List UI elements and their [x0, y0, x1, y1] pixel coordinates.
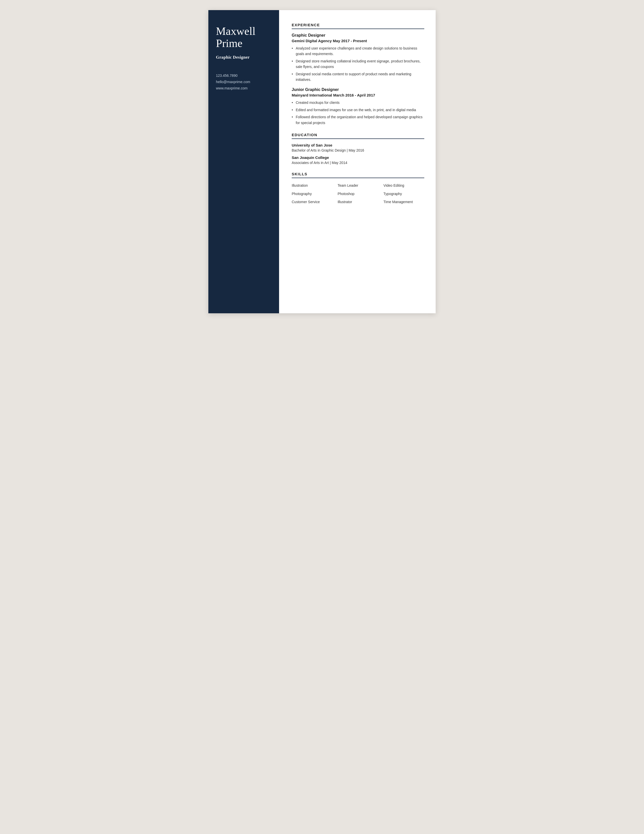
education-section: EDUCATION University of San Jose Bachelo…: [292, 133, 424, 165]
edu-2: San Joaquin College Associates of Arts i…: [292, 155, 424, 165]
job-2-bullet-1: Created mockups for clients: [292, 100, 424, 105]
skill-photography: Photography: [292, 191, 332, 197]
main-content: EXPERIENCE Graphic Designer Gemini Digit…: [279, 10, 436, 313]
candidate-name: Maxwell Prime: [216, 25, 271, 50]
job-2-bullet-2: Edited and formatted images for use on t…: [292, 107, 424, 113]
school-1-degree: Bachelor of Arts in Graphic Design | May…: [292, 148, 424, 152]
skill-team-leader: Team Leader: [338, 182, 379, 189]
email-address: hello@maxprime.com: [216, 79, 271, 85]
school-2-degree: Associates of Arts in Art | May 2014: [292, 161, 424, 165]
skills-section: SKILLS Illustration Team Leader Video Ed…: [292, 172, 424, 205]
job-1-title: Graphic Designer: [292, 33, 424, 38]
resume-container: Maxwell Prime Graphic Designer 123.456.7…: [208, 10, 436, 313]
experience-section-title: EXPERIENCE: [292, 23, 424, 29]
skill-customer-service: Customer Service: [292, 199, 332, 205]
skill-illustrator: Illustrator: [338, 199, 379, 205]
last-name: Prime: [216, 37, 242, 50]
skill-photoshop: Photoshop: [338, 191, 379, 197]
job-2-company-date: Mainyard International March 2016 - Apri…: [292, 93, 424, 97]
skill-video-editing: Video Editing: [383, 182, 424, 189]
first-name: Maxwell: [216, 25, 255, 37]
skill-typography: Typography: [383, 191, 424, 197]
candidate-title: Graphic Designer: [216, 55, 271, 60]
job-1-bullets: Analyzed user experience challenges and …: [292, 45, 424, 82]
school-1-name: University of San Jose: [292, 143, 424, 147]
job-1-bullet-3: Designed social media content to support…: [292, 71, 424, 82]
job-1-bullet-1: Analyzed user experience challenges and …: [292, 45, 424, 57]
skills-section-title: SKILLS: [292, 172, 424, 178]
job-2: Junior Graphic Designer Mainyard Interna…: [292, 87, 424, 126]
edu-1: University of San Jose Bachelor of Arts …: [292, 143, 424, 152]
skill-time-management: Time Management: [383, 199, 424, 205]
phone-number: 123.456.7890: [216, 73, 271, 79]
job-1-company-date: Gemini Digital Agency May 2017 - Present: [292, 39, 424, 43]
job-2-bullet-3: Followed directions of the organization …: [292, 114, 424, 126]
school-2-name: San Joaquin College: [292, 155, 424, 160]
skills-grid: Illustration Team Leader Video Editing P…: [292, 182, 424, 205]
experience-section: EXPERIENCE Graphic Designer Gemini Digit…: [292, 23, 424, 126]
job-2-bullets: Created mockups for clients Edited and f…: [292, 100, 424, 126]
contact-info: 123.456.7890 hello@maxprime.com www.maxp…: [216, 73, 271, 92]
website-url: www.maxprime.com: [216, 85, 271, 92]
job-2-title: Junior Graphic Designer: [292, 87, 424, 92]
sidebar: Maxwell Prime Graphic Designer 123.456.7…: [208, 10, 279, 313]
skill-illustration: Illustration: [292, 182, 332, 189]
job-1: Graphic Designer Gemini Digital Agency M…: [292, 33, 424, 82]
education-section-title: EDUCATION: [292, 133, 424, 139]
job-1-bullet-2: Designed store marketing collateral incl…: [292, 58, 424, 70]
